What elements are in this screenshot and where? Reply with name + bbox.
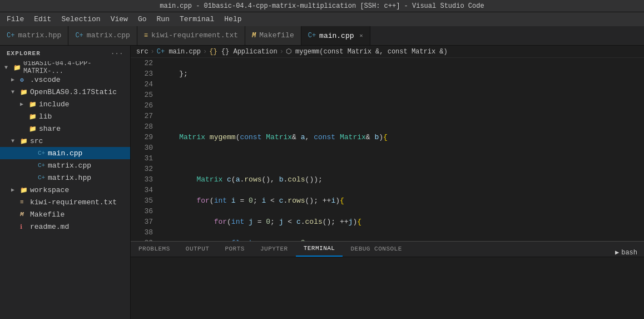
file-icon-makefile: M bbox=[20, 211, 30, 218]
code-line-25: Matrix mygemm(const Matrix& a, const Mat… bbox=[162, 132, 644, 143]
menu-run[interactable]: Run bbox=[152, 14, 174, 24]
menu-view[interactable]: View bbox=[106, 14, 132, 24]
breadcrumb-function[interactable]: ⬡ mygemm(const Matrix &, const Matrix &) bbox=[286, 47, 448, 56]
breadcrumb: src › C+ main.cpp › {} {} Application › … bbox=[131, 46, 644, 58]
tree-arrow-openblas: ▼ bbox=[11, 89, 20, 95]
code-line-28: for(int i = 0; i < c.rows(); ++i){ bbox=[162, 195, 644, 206]
terminal-type-icon: ▶ bbox=[615, 248, 619, 257]
menu-selection[interactable]: Selection bbox=[57, 14, 105, 24]
code-line-22: }; bbox=[162, 68, 644, 79]
breadcrumb-file[interactable]: C+ main.cpp bbox=[157, 48, 201, 56]
code-line-29: for(int j = 0; j < c.cols(); ++j){ bbox=[162, 217, 644, 227]
tree-arrow-vscode: ▶ bbox=[11, 76, 20, 83]
folder-icon-share: 📁 bbox=[29, 125, 39, 132]
tree-arrow-matrix-hpp bbox=[29, 175, 38, 181]
file-icon-matrix-hpp: C+ bbox=[38, 174, 48, 181]
tab-matrix-hpp[interactable]: C+ matrix.hpp bbox=[0, 26, 68, 45]
menu-help[interactable]: Help bbox=[220, 14, 246, 24]
tree-item-share[interactable]: 📁 share bbox=[0, 122, 130, 135]
tree-item-matrix-cpp[interactable]: C+ matrix.cpp bbox=[0, 159, 130, 171]
bottom-panel: PROBLEMS OUTPUT PORTS JUPYTER TERMINAL D… bbox=[131, 241, 644, 319]
folder-icon-src: 📁 bbox=[20, 138, 30, 145]
sidebar: EXPLORER ··· ▼ 📁 01BASIC-04.4-CPP-MATRIX… bbox=[0, 46, 131, 319]
tab-kiwi-txt[interactable]: ≡ kiwi-requirement.txt bbox=[137, 26, 245, 45]
panel-tab-output[interactable]: OUTPUT bbox=[178, 241, 217, 257]
tree-arrow-src: ▼ bbox=[11, 138, 20, 144]
tree-item-include[interactable]: ▶ 📁 include bbox=[0, 98, 130, 110]
panel-tabs: PROBLEMS OUTPUT PORTS JUPYTER TERMINAL D… bbox=[131, 242, 644, 257]
tree-item-vscode[interactable]: ▶ ⚙ .vscode bbox=[0, 73, 130, 86]
panel-tab-ports[interactable]: PORTS bbox=[217, 241, 252, 257]
tree-item-main-cpp[interactable]: C+ main.cpp bbox=[0, 147, 130, 159]
tree-arrow-root: ▼ bbox=[4, 65, 13, 71]
tree-project-root[interactable]: ▼ 📁 01BASIC-04.4-CPP-MATRIX-... bbox=[0, 61, 130, 73]
file-icon-kiwi-txt: ≡ bbox=[20, 199, 30, 205]
tab-makefile[interactable]: M Makefile bbox=[245, 26, 301, 45]
code-line-23 bbox=[162, 90, 644, 100]
breadcrumb-src[interactable]: src bbox=[136, 48, 148, 56]
folder-icon-root: 📁 bbox=[13, 64, 23, 71]
code-editor[interactable]: 22 23 24 25 26 27 28 29 30 31 32 33 34 3… bbox=[131, 58, 644, 241]
tab-bar: C+ matrix.hpp C+ matrix.cpp ≡ kiwi-requi… bbox=[0, 26, 644, 46]
folder-icon-include: 📁 bbox=[29, 101, 39, 108]
folder-icon-openblas: 📁 bbox=[20, 89, 30, 96]
tree-arrow-workspace: ▶ bbox=[11, 187, 20, 193]
tree-item-kiwi-txt[interactable]: ≡ kiwi-requirement.txt bbox=[0, 196, 130, 208]
panel-tab-debug-console[interactable]: DEBUG CONSOLE bbox=[343, 241, 409, 257]
terminal-type-label: bash bbox=[621, 249, 637, 257]
tree-item-src[interactable]: ▼ 📁 src bbox=[0, 135, 130, 147]
tree-arrow-include: ▶ bbox=[20, 101, 29, 107]
menu-edit[interactable]: Edit bbox=[29, 14, 56, 24]
tree-arrow-readme bbox=[11, 224, 20, 230]
tree-arrow-matrix-cpp bbox=[29, 163, 38, 169]
folder-icon-lib: 📁 bbox=[29, 113, 39, 120]
sidebar-tree: ▼ 📁 01BASIC-04.4-CPP-MATRIX-... ▶ ⚙ .vsc… bbox=[0, 61, 130, 319]
menu-bar: File Edit Selection View Go Run Terminal… bbox=[0, 12, 644, 26]
breadcrumb-class[interactable]: {} {} Application bbox=[209, 48, 277, 56]
tab-icon-main-cpp: C+ bbox=[308, 32, 316, 40]
code-line-24 bbox=[162, 111, 644, 121]
tree-item-matrix-hpp[interactable]: C+ matrix.hpp bbox=[0, 171, 130, 184]
tree-item-workspace[interactable]: ▶ 📁 workspace bbox=[0, 184, 130, 196]
title-text: main.cpp - 01basic-04.4-cpp-matrix-multi… bbox=[160, 2, 484, 10]
tab-icon-matrix-cpp: C+ bbox=[75, 32, 83, 40]
tab-icon-kiwi-txt: ≡ bbox=[144, 32, 148, 40]
tree-arrow-kiwi-txt bbox=[11, 199, 20, 205]
file-icon-readme: ℹ bbox=[20, 223, 30, 230]
tree-arrow-main-cpp bbox=[29, 150, 38, 156]
tree-arrow-lib bbox=[20, 114, 29, 120]
tab-close-main-cpp[interactable]: ✕ bbox=[360, 32, 363, 39]
tree-item-lib[interactable]: 📁 lib bbox=[0, 110, 130, 122]
tab-icon-matrix-hpp: C+ bbox=[7, 32, 14, 40]
tree-arrow-share bbox=[20, 126, 29, 132]
main-container: C+ matrix.hpp C+ matrix.cpp ≡ kiwi-requi… bbox=[0, 26, 644, 319]
title-bar: main.cpp - 01basic-04.4-cpp-matrix-multi… bbox=[0, 0, 644, 12]
tab-main-cpp[interactable]: C+ main.cpp ✕ bbox=[301, 26, 370, 45]
tab-matrix-cpp[interactable]: C+ matrix.cpp bbox=[68, 26, 137, 45]
menu-file[interactable]: File bbox=[2, 14, 28, 24]
sidebar-more-button[interactable]: ··· bbox=[111, 50, 123, 57]
menu-go[interactable]: Go bbox=[133, 14, 151, 24]
file-icon-main-cpp: C+ bbox=[38, 150, 48, 156]
content-area: EXPLORER ··· ▼ 📁 01BASIC-04.4-CPP-MATRIX… bbox=[0, 46, 644, 319]
tab-icon-makefile: M bbox=[252, 32, 256, 40]
file-icon-matrix-cpp: C+ bbox=[38, 162, 48, 169]
panel-content[interactable] bbox=[131, 257, 644, 319]
code-line-26 bbox=[162, 153, 644, 164]
folder-icon-vscode: ⚙ bbox=[20, 76, 30, 84]
tree-item-openblas[interactable]: ▼ 📁 OpenBLAS0.3.17Static bbox=[0, 86, 130, 98]
editor-area: src › C+ main.cpp › {} {} Application › … bbox=[131, 46, 644, 319]
panel-tab-jupyter[interactable]: JUPYTER bbox=[252, 241, 296, 257]
menu-terminal[interactable]: Terminal bbox=[175, 14, 219, 24]
panel-tab-terminal[interactable]: TERMINAL bbox=[296, 241, 343, 257]
panel-tab-problems[interactable]: PROBLEMS bbox=[131, 241, 178, 257]
tree-arrow-makefile bbox=[11, 212, 20, 218]
tree-item-readme[interactable]: ℹ readme.md bbox=[0, 220, 130, 233]
tree-item-makefile[interactable]: M Makefile bbox=[0, 208, 130, 220]
folder-icon-workspace: 📁 bbox=[20, 187, 30, 194]
sidebar-title: EXPLORER ··· bbox=[0, 46, 130, 61]
code-line-27: Matrix c(a.rows(), b.cols()); bbox=[162, 174, 644, 185]
line-numbers: 22 23 24 25 26 27 28 29 30 31 32 33 34 3… bbox=[131, 58, 157, 241]
code-content[interactable]: }; Matrix mygemm(const Matrix& a, const … bbox=[157, 58, 644, 241]
